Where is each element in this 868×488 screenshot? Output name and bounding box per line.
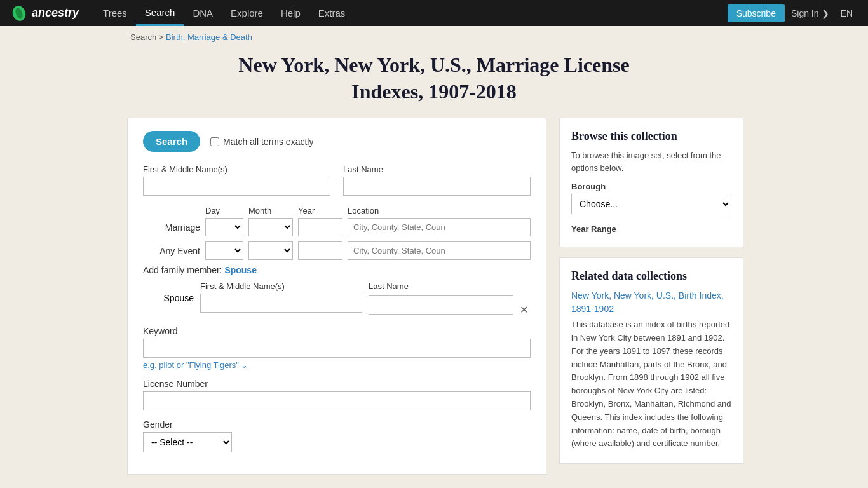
first-name-input[interactable] [143, 177, 330, 196]
marriage-row: Marriage [143, 218, 531, 236]
spouse-last-group: Last Name ✕ [369, 281, 531, 316]
spouse-first-input[interactable] [200, 294, 362, 313]
logo[interactable]: ancestry [10, 4, 79, 22]
related-collections-card: Related data collections New York, New Y… [559, 257, 743, 464]
any-event-year-input[interactable] [298, 241, 342, 260]
marriage-location-input[interactable] [348, 218, 531, 236]
spouse-link[interactable]: Spouse [224, 265, 257, 275]
any-event-location-input[interactable] [348, 241, 531, 260]
browse-title: Browse this collection [571, 130, 731, 143]
nav-extras[interactable]: Extras [309, 0, 355, 26]
nav-search[interactable]: Search [136, 0, 184, 26]
nav-help[interactable]: Help [272, 0, 309, 26]
remove-spouse-button[interactable]: ✕ [517, 304, 531, 316]
license-section: License Number [143, 379, 531, 410]
spouse-section: Spouse First & Middle Name(s) Last Name … [143, 281, 531, 316]
gender-label: Gender [143, 419, 531, 430]
spouse-last-input[interactable] [369, 295, 513, 315]
language-selector[interactable]: EN [836, 8, 858, 18]
marriage-year-input[interactable] [298, 218, 342, 236]
keyword-label: Keyword [143, 326, 531, 336]
sidebar: Browse this collection To browse this im… [559, 118, 743, 475]
nav-explore[interactable]: Explore [222, 0, 272, 26]
last-name-input[interactable] [343, 177, 531, 196]
family-member-text: Add family member: [143, 265, 222, 275]
family-member-header: Add family member: Spouse [143, 265, 531, 275]
signin-chevron-icon: ❯ [822, 8, 829, 18]
col-day-label: Day [205, 206, 243, 215]
borough-label: Borough [571, 182, 731, 191]
any-event-label: Any Event [143, 246, 200, 256]
year-range-label: Year Range [571, 224, 731, 234]
gender-section: Gender -- Select -- [143, 419, 531, 452]
page-title: New York, New York, U.S., Marriage Licen… [212, 52, 656, 105]
nav-trees[interactable]: Trees [94, 0, 136, 26]
related-title: Related data collections [571, 269, 731, 283]
related-link[interactable]: New York, New York, U.S., Birth Index, 1… [571, 290, 724, 314]
keyword-chevron-icon: ⌄ [241, 360, 248, 370]
keyword-hint-text: e.g. pilot or "Flying Tigers" [143, 360, 239, 370]
search-top: Search Match all terms exactly [143, 131, 531, 152]
license-label: License Number [143, 379, 531, 389]
browse-collection-card: Browse this collection To browse this im… [559, 118, 743, 247]
logo-text: ancestry [32, 6, 79, 20]
nav-right: Subscribe Sign In ❯ EN [728, 4, 858, 22]
first-name-label: First & Middle Name(s) [143, 165, 330, 174]
marriage-label: Marriage [143, 222, 200, 233]
event-col-headers: Day Month Year Location [143, 206, 531, 215]
marriage-day-select[interactable] [205, 218, 243, 236]
breadcrumb-search[interactable]: Search [130, 32, 156, 42]
signin-link[interactable]: Sign In ❯ [791, 8, 829, 18]
first-name-group: First & Middle Name(s) [143, 165, 330, 196]
nav-dna[interactable]: DNA [184, 0, 222, 26]
col-year-label: Year [298, 206, 342, 215]
keyword-hint[interactable]: e.g. pilot or "Flying Tigers" ⌄ [143, 360, 531, 370]
col-month-label: Month [248, 206, 293, 215]
signin-text: Sign In [791, 8, 819, 18]
spouse-last-label: Last Name [369, 281, 531, 291]
browse-desc: To browse this image set, select from th… [571, 149, 731, 174]
last-name-label: Last Name [343, 165, 531, 174]
main-layout: Search Match all terms exactly First & M… [0, 118, 763, 488]
search-panel: Search Match all terms exactly First & M… [127, 118, 546, 475]
any-event-row: Any Event [143, 241, 531, 260]
license-input[interactable] [143, 391, 531, 410]
any-event-month-select[interactable] [248, 241, 293, 260]
navbar: ancestry Trees Search DNA Explore Help E… [0, 0, 868, 26]
search-button[interactable]: Search [143, 131, 200, 152]
spouse-first-label: First & Middle Name(s) [200, 281, 362, 291]
subscribe-button[interactable]: Subscribe [728, 4, 785, 22]
breadcrumb-separator: > [159, 32, 164, 42]
any-event-day-select[interactable] [205, 241, 243, 260]
spouse-first-group: First & Middle Name(s) [200, 281, 362, 313]
breadcrumb: Search > Birth, Marriage & Death [0, 26, 868, 42]
match-all-checkbox[interactable] [210, 137, 219, 146]
spouse-label-cell: Spouse [143, 281, 194, 303]
match-all-label[interactable]: Match all terms exactly [210, 137, 313, 147]
last-name-group: Last Name [343, 165, 531, 196]
name-fields-row: First & Middle Name(s) Last Name [143, 165, 531, 196]
nav-links: Trees Search DNA Explore Help Extras [94, 0, 728, 26]
match-all-text: Match all terms exactly [223, 137, 313, 147]
related-desc: This database is an index of births repo… [571, 318, 731, 451]
gender-select[interactable]: -- Select -- [143, 432, 232, 452]
ancestry-leaf-icon [10, 4, 28, 22]
spouse-label: Spouse [164, 293, 194, 303]
keyword-input[interactable] [143, 339, 531, 358]
col-location-label: Location [348, 206, 531, 215]
breadcrumb-section[interactable]: Birth, Marriage & Death [166, 32, 252, 42]
keyword-section: Keyword e.g. pilot or "Flying Tigers" ⌄ [143, 326, 531, 370]
marriage-month-select[interactable] [248, 218, 293, 236]
borough-select[interactable]: Choose... [571, 194, 731, 214]
